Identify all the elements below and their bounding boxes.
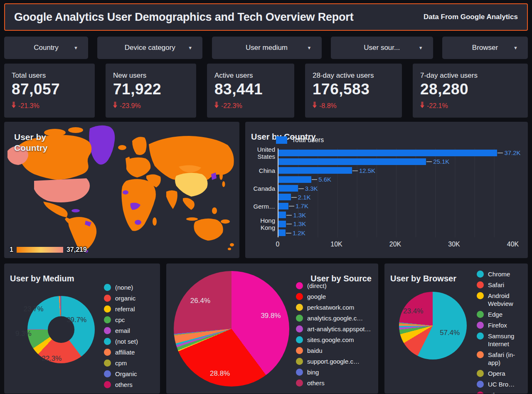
pie-value-label: 9.3%: [15, 330, 32, 338]
bar-chart-card: User by Country Total users United State…: [245, 122, 528, 258]
bar-value-label: 2.1K: [291, 194, 311, 201]
legend-label: (none): [115, 283, 133, 291]
bar[interactable]: [278, 167, 352, 174]
filter-browser[interactable]: Browser▼: [442, 37, 528, 59]
map-region-greenland[interactable]: [89, 126, 115, 165]
legend-item: Edge: [477, 310, 525, 318]
map-region-cuba[interactable]: [71, 209, 80, 212]
bar[interactable]: [278, 229, 286, 236]
legend-item: others: [296, 379, 374, 387]
bar[interactable]: [278, 150, 497, 156]
bar-category-label: China: [246, 166, 275, 175]
bar[interactable]: [278, 212, 286, 218]
map-region-indonesia[interactable]: [186, 217, 198, 221]
map-region-iceland[interactable]: [118, 145, 126, 150]
bar[interactable]: [278, 185, 298, 192]
map-region-africa-patch-3[interactable]: [135, 220, 141, 225]
pie-value-label: 57.4%: [440, 329, 460, 337]
bar-row: 1.2K: [278, 229, 514, 237]
legend-dot-icon: [296, 347, 303, 354]
bar-category-label: [246, 157, 275, 166]
map-region-arctic-islands-2[interactable]: [68, 127, 83, 133]
source-pie-legend: (direct)googleperksatwork.comanalytics.g…: [296, 282, 374, 390]
legend-item: email: [104, 327, 157, 335]
map-region-new-zealand-2[interactable]: [228, 248, 231, 250]
legend-item: Safari (in-app): [477, 351, 525, 367]
bar[interactable]: [278, 221, 286, 227]
filter-user-medium[interactable]: User medium▼: [212, 37, 322, 59]
map-region-europe[interactable]: [126, 158, 150, 177]
filter-user-sour[interactable]: User sour...▼: [331, 37, 433, 59]
arrow-down-icon: [420, 102, 424, 110]
medium-pie[interactable]: 39.7%22.3%9.3%23.7%: [27, 296, 95, 363]
legend-dot-icon: [296, 358, 303, 365]
map-region-china[interactable]: [175, 173, 208, 197]
legend-dot-icon: [296, 369, 303, 376]
chevron-down-icon: ▼: [419, 45, 423, 50]
scorecard-value: 28,280: [420, 81, 520, 98]
map-region-south-america[interactable]: [68, 217, 96, 251]
map-region-mexico[interactable]: [43, 202, 68, 217]
legend-dot-icon: [477, 322, 484, 329]
legend-label: Android Webview: [488, 292, 525, 308]
arrow-down-icon: [12, 102, 16, 110]
legend-label: Safari: [488, 281, 504, 289]
legend-item: Safari: [477, 281, 525, 289]
filter-bar: Country▼Device category▼User medium▼User…: [4, 37, 528, 59]
legend-label: cpc: [115, 316, 125, 324]
legend-dot-icon: [104, 370, 111, 377]
page-title: Google Analytics User Demographics and T…: [14, 11, 353, 24]
legend-dot-icon: [296, 315, 303, 322]
filter-country[interactable]: Country▼: [4, 37, 88, 59]
map-region-australia[interactable]: [194, 219, 223, 241]
map-region-new-guinea[interactable]: [221, 219, 230, 224]
map-region-se-asia[interactable]: [183, 198, 195, 210]
legend-label: Firefox: [488, 321, 507, 329]
scorecard-label: 28-day active users: [313, 71, 394, 80]
bar[interactable]: [278, 203, 288, 209]
bar-value-label: 1.3K: [286, 212, 306, 219]
browser-pie[interactable]: 57.4%23.4%: [399, 292, 467, 360]
legend-dot-icon: [477, 381, 484, 388]
map-legend-max: 37,219: [66, 246, 87, 254]
bar[interactable]: [278, 194, 291, 200]
x-axis-tick: 30K: [448, 241, 460, 248]
bar-row: Hong Kong1.3K: [278, 219, 514, 228]
bar[interactable]: [278, 176, 311, 183]
browser-pie-title: User by Browser: [390, 274, 456, 283]
legend-dot-icon: [296, 379, 303, 387]
bar-category-label: United States: [246, 148, 275, 157]
legend-label: bing: [307, 368, 319, 376]
x-axis-tick: 40K: [507, 241, 519, 248]
map-region-africa-patch-2[interactable]: [123, 190, 128, 195]
map-region-japan[interactable]: [219, 172, 223, 180]
filter-label: Country: [34, 44, 59, 52]
legend-label: Organic: [115, 370, 137, 378]
map-region-japan-2[interactable]: [222, 181, 225, 187]
legend-label: affiliate: [115, 348, 135, 356]
map-region-india[interactable]: [166, 190, 177, 209]
legend-item: baidu: [296, 347, 374, 355]
legend-item: referral: [104, 305, 157, 313]
legend-dot-icon: [104, 338, 111, 345]
bar[interactable]: [278, 158, 426, 165]
map-region-scandinavia[interactable]: [132, 137, 147, 155]
filter-device-category[interactable]: Device category▼: [97, 37, 202, 59]
pie-value-label: 23.7%: [23, 305, 43, 313]
scorecard-row: Total users87,057-21.3%New users71,922-2…: [4, 64, 528, 118]
legend-dot-icon: [477, 392, 484, 394]
legend-dot-icon: [104, 305, 111, 313]
map-region-united-states[interactable]: [34, 178, 90, 202]
map-region-new-zealand[interactable]: [230, 243, 234, 246]
filter-label: User sour...: [364, 44, 400, 52]
legend-dot-icon: [296, 325, 303, 332]
source-pie[interactable]: 39.8%28.8%26.4%: [174, 271, 289, 387]
map-card: User by Country 1 37,219: [4, 122, 239, 258]
scorecard: New users71,922-23.9%: [106, 64, 196, 118]
scorecard-delta: -8.8%: [313, 102, 394, 110]
x-axis-tick: 20K: [389, 241, 401, 248]
legend-label: art-analytics.appspot…: [307, 325, 371, 333]
legend-dot-icon: [104, 360, 111, 367]
map-region-philippines[interactable]: [212, 207, 217, 214]
map-region-madagascar[interactable]: [153, 217, 157, 226]
